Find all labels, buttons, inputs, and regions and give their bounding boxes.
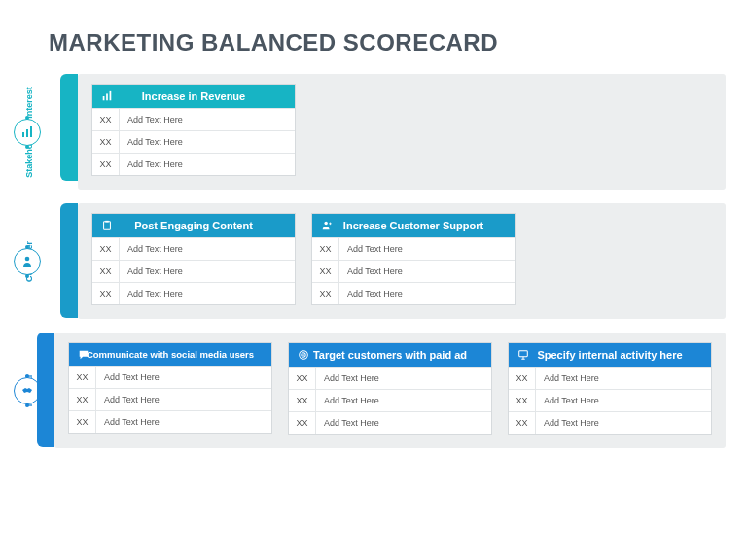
card-header: Post Engaging Content [92,214,295,237]
row-text[interactable]: Add Text Here [316,412,491,434]
section-panel: Increase in Revenue XXAdd Text Here XXAd… [78,74,726,190]
section-stakeholder: Stakeholder's Interest Increase in Reven… [31,74,747,190]
row-text[interactable]: Add Text Here [339,238,515,260]
svg-point-9 [324,222,327,225]
row-text[interactable]: Add Text Here [120,238,295,260]
table-row: XXAdd Text Here [69,388,271,410]
card-title: Increase in Revenue [142,90,245,102]
chat-icon [77,348,90,362]
card-header: Communicate with social media users [69,343,271,366]
svg-rect-4 [106,93,108,100]
section-tab [37,332,54,447]
row-code: XX [92,261,120,282]
svg-rect-0 [22,132,24,137]
card-header: Increase in Revenue [92,85,295,108]
row-text[interactable]: Add Text Here [536,368,711,389]
row-code: XX [289,368,316,389]
svg-rect-2 [30,126,32,137]
row-code: XX [92,131,120,153]
bar-chart-icon [14,119,41,146]
row-code: XX [509,412,536,434]
table-row: XXAdd Text Here [92,260,295,282]
target-icon [297,348,310,362]
svg-point-6 [25,256,30,261]
card: Communicate with social media users XXAd… [68,342,272,434]
row-text[interactable]: Add Text Here [120,283,295,304]
row-text[interactable]: Add Text Here [120,261,295,282]
row-code: XX [92,154,120,175]
row-code: XX [509,390,536,411]
page-title: MARKETING BALANCED SCORECARD [0,0,747,74]
card-title: Target customers with paid ad [313,349,467,361]
svg-rect-5 [110,91,112,100]
section-tab [60,203,78,318]
row-text[interactable]: Add Text Here [96,389,271,410]
svg-point-12 [302,354,304,356]
row-text[interactable]: Add Text Here [120,109,295,130]
card-title: Increase Customer Support [343,220,483,231]
row-code: XX [69,367,96,388]
row-text[interactable]: Add Text Here [339,261,515,282]
row-code: XX [312,238,339,260]
table-row: XXAdd Text Here [69,410,271,433]
row-text[interactable]: Add Text Here [536,412,711,434]
row-code: XX [312,261,339,282]
row-code: XX [509,368,536,389]
decorative-dots [0,455,10,531]
row-text[interactable]: Add Text Here [96,411,271,433]
card-title: Communicate with social media users [87,349,254,360]
table-row: XXAdd Text Here [92,108,295,130]
bar-chart-icon [100,89,114,103]
row-code: XX [92,283,120,304]
row-text[interactable]: Add Text Here [120,131,295,153]
table-row: XXAdd Text Here [312,260,515,282]
row-code: XX [69,389,96,410]
table-row: XXAdd Text Here [312,282,515,304]
section-panel: Post Engaging Content XXAdd Text Here XX… [78,203,726,319]
section-panel: Communicate with social media users XXAd… [54,332,726,448]
table-row: XXAdd Text Here [289,367,491,389]
card-header: Target customers with paid ad [289,343,491,367]
card-header: Increase Customer Support [312,214,515,237]
table-row: XXAdd Text Here [92,282,295,304]
table-row: XXAdd Text Here [312,237,515,260]
monitor-icon [516,348,530,362]
card: Increase in Revenue XXAdd Text Here XXAd… [91,84,296,176]
person-plus-icon [320,219,334,232]
svg-rect-8 [105,221,108,223]
table-row: XXAdd Text Here [509,411,711,434]
row-text[interactable]: Add Text Here [536,390,711,411]
table-row: XXAdd Text Here [92,130,295,153]
decorative-dots [0,136,10,181]
svg-rect-7 [104,222,111,230]
svg-rect-1 [26,129,28,137]
person-icon [14,248,41,275]
clipboard-icon [100,219,114,232]
card: Increase Customer Support XXAdd Text Her… [311,213,516,305]
row-text[interactable]: Add Text Here [339,283,515,304]
card: Post Engaging Content XXAdd Text Here XX… [91,213,296,305]
row-code: XX [289,412,316,434]
section-tab [60,74,78,181]
row-code: XX [289,390,316,411]
table-row: XXAdd Text Here [289,389,491,411]
section-customer: Customer Post Engaging Content XXAdd Tex… [31,203,747,319]
svg-rect-13 [519,351,528,357]
row-code: XX [92,109,120,130]
table-row: XXAdd Text Here [289,411,491,434]
table-row: XXAdd Text Here [509,367,711,389]
row-code: XX [69,411,96,433]
row-code: XX [312,283,339,304]
row-text[interactable]: Add Text Here [316,368,491,389]
row-text[interactable]: Add Text Here [316,390,491,411]
row-text[interactable]: Add Text Here [120,154,295,175]
table-row: XXAdd Text Here [69,366,271,388]
card: Target customers with paid ad XXAdd Text… [288,342,492,435]
svg-rect-3 [103,96,105,100]
section-internal: Internal Communicate with social media u… [31,332,747,448]
card-title: Post Engaging Content [134,220,253,231]
decorative-dots [0,76,10,126]
row-code: XX [92,238,120,260]
row-text[interactable]: Add Text Here [96,367,271,388]
card: Specify internal activity here XXAdd Tex… [508,342,712,435]
